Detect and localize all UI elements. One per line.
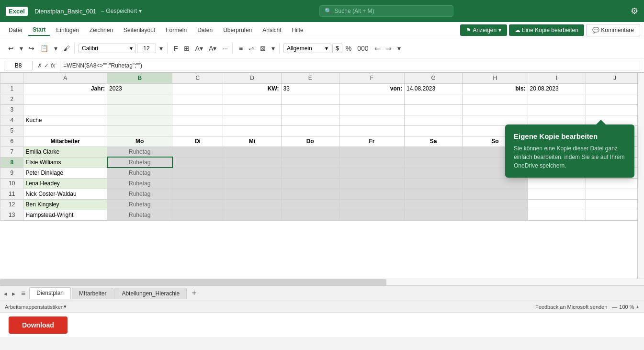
cell-h10[interactable] <box>463 178 528 189</box>
zoom-minus[interactable]: — <box>612 304 617 310</box>
cell-f7[interactable] <box>339 147 404 157</box>
formula-input[interactable]: =WENN($A8<>"";"Ruhetag";"") <box>60 61 640 70</box>
formula-fx-icon[interactable]: fx <box>51 62 55 69</box>
cell-c8[interactable] <box>172 157 223 168</box>
cell-a3[interactable] <box>23 104 107 115</box>
cell-h2[interactable] <box>463 94 528 104</box>
cell-h12[interactable] <box>463 199 528 210</box>
cell-b10[interactable]: Ruhetag <box>107 178 172 189</box>
col-header-j[interactable]: J <box>586 73 644 83</box>
menu-item-seitenlayout[interactable]: Seitenlayout <box>119 25 160 35</box>
row-header-8[interactable]: 8 <box>0 157 23 168</box>
feedback-link[interactable]: Feedback an Microsoft senden <box>535 304 607 310</box>
cell-g6[interactable]: Sa <box>405 136 463 147</box>
wrap-button[interactable]: ⇌ <box>246 43 257 54</box>
font-size-dropdown[interactable]: ▾ <box>157 43 165 54</box>
zoom-plus[interactable]: + <box>636 304 639 310</box>
menu-item-ansicht[interactable]: Ansicht <box>258 25 286 35</box>
cell-j13[interactable] <box>586 210 644 220</box>
cell-d1[interactable]: KW: <box>223 83 281 94</box>
col-header-c[interactable]: C <box>172 73 223 83</box>
cell-b5[interactable] <box>107 125 172 136</box>
clipboard-dropdown[interactable]: ▾ <box>52 43 60 54</box>
row-header-3[interactable]: 3 <box>0 104 23 115</box>
cell-c3[interactable] <box>172 104 223 115</box>
cell-a6[interactable]: Mitarbeiter <box>23 136 107 147</box>
cell-g13[interactable] <box>405 210 463 220</box>
cell-i2[interactable] <box>528 94 586 104</box>
cell-d4[interactable] <box>223 115 281 125</box>
cell-b3[interactable] <box>107 104 172 115</box>
vertical-scrollbar[interactable] <box>637 73 644 279</box>
cell-c2[interactable] <box>172 94 223 104</box>
cell-a5[interactable] <box>23 125 107 136</box>
row-header-6[interactable]: 6 <box>0 136 23 147</box>
cell-b11[interactable]: Ruhetag <box>107 189 172 199</box>
col-header-a[interactable]: A <box>23 73 107 83</box>
cell-e11[interactable] <box>281 189 339 199</box>
col-header-b[interactable]: B <box>107 73 172 83</box>
cell-g3[interactable] <box>405 104 463 115</box>
number-format-dropdown[interactable]: ▾ <box>325 45 328 52</box>
cell-b1[interactable]: 2023 <box>107 83 172 94</box>
col-header-h[interactable]: H <box>463 73 528 83</box>
redo-button[interactable]: ↪ <box>26 43 37 54</box>
col-header-e[interactable]: E <box>281 73 339 83</box>
tab-menu-button[interactable]: ≡ <box>18 288 28 299</box>
cell-f9[interactable] <box>339 168 404 178</box>
formula-check-icon[interactable]: ✗ <box>37 62 42 69</box>
cell-j10[interactable] <box>586 178 644 189</box>
cell-b2[interactable] <box>107 94 172 104</box>
col-header-i[interactable]: I <box>528 73 586 83</box>
menu-item-zeichnen[interactable]: Zeichnen <box>85 25 118 35</box>
cell-a13[interactable]: Hampstead-Wright <box>23 210 107 220</box>
settings-icon[interactable]: ⚙ <box>631 6 638 16</box>
sheet-tab-abteilungen[interactable]: Abteilungen_Hierachie <box>114 288 187 299</box>
cell-f1[interactable]: von: <box>339 83 404 94</box>
col-header-d[interactable]: D <box>223 73 281 83</box>
cell-e4[interactable] <box>281 115 339 125</box>
cell-f8[interactable] <box>339 157 404 168</box>
row-header-12[interactable]: 12 <box>0 199 23 210</box>
bold-button[interactable]: F <box>171 43 181 54</box>
font-color-button[interactable]: A▾ <box>206 43 219 54</box>
cell-c9[interactable] <box>172 168 223 178</box>
cell-d7[interactable] <box>223 147 281 157</box>
cell-i13[interactable] <box>528 210 586 220</box>
cell-h1[interactable]: bis: <box>463 83 528 94</box>
cell-b13[interactable]: Ruhetag <box>107 210 172 220</box>
cell-g1[interactable]: 14.08.2023 <box>405 83 463 94</box>
menu-item-datei[interactable]: Datei <box>4 25 27 35</box>
cell-d10[interactable] <box>223 178 281 189</box>
workbook-stats[interactable]: Arbeitsmappenstatistiken <box>5 304 64 310</box>
decrease-decimal[interactable]: ⇐ <box>372 43 383 54</box>
cell-d9[interactable] <box>223 168 281 178</box>
cell-e3[interactable] <box>281 104 339 115</box>
undo-button[interactable]: ↩ <box>6 43 16 54</box>
cell-i3[interactable] <box>528 104 586 115</box>
cell-e8[interactable] <box>281 157 339 168</box>
search-input[interactable] <box>335 8 440 14</box>
cell-f4[interactable] <box>339 115 404 125</box>
kopie-button[interactable]: ☁ Eine Kopie bearbeiten <box>509 24 584 36</box>
cell-a10[interactable]: Lena Headey <box>23 178 107 189</box>
cell-d6[interactable]: Mi <box>223 136 281 147</box>
cell-b9[interactable]: Ruhetag <box>107 168 172 178</box>
cell-a8[interactable]: Elsie Williams <box>23 157 107 168</box>
cell-f3[interactable] <box>339 104 404 115</box>
cell-g12[interactable] <box>405 199 463 210</box>
search-box[interactable]: 🔍 <box>319 5 453 17</box>
sheet-tab-dienstplan[interactable]: Dienstplan <box>29 287 71 299</box>
cell-f12[interactable] <box>339 199 404 210</box>
cell-b4[interactable] <box>107 115 172 125</box>
sheet-tab-add[interactable]: + <box>188 287 201 299</box>
horizontal-scrollbar[interactable] <box>0 279 386 285</box>
cell-b6[interactable]: Mo <box>107 136 172 147</box>
cell-a9[interactable]: Peter Dinklage <box>23 168 107 178</box>
fill-color-button[interactable]: A▾ <box>193 43 205 54</box>
cell-g10[interactable] <box>405 178 463 189</box>
cell-c4[interactable] <box>172 115 223 125</box>
anzeigen-button[interactable]: ⚑ Anzeigen ▾ <box>460 24 507 36</box>
tab-nav-right[interactable]: ▸ <box>10 289 17 298</box>
cell-b12[interactable]: Ruhetag <box>107 199 172 210</box>
